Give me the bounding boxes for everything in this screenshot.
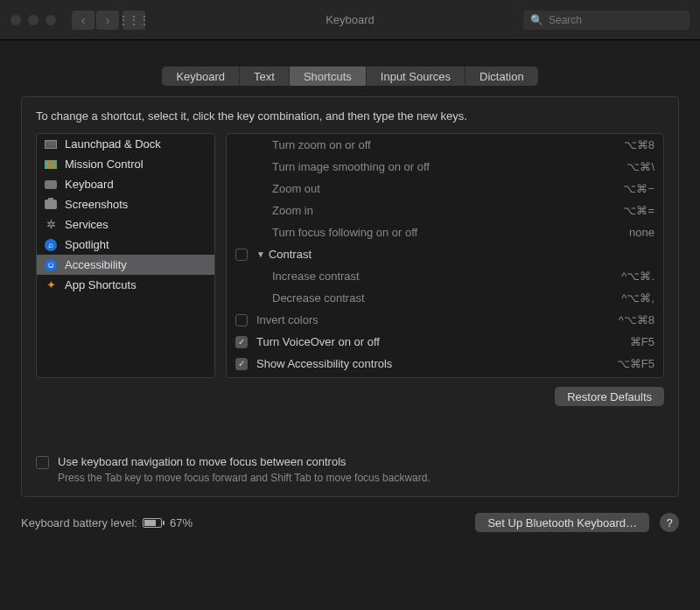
shortcut-keys: ^⌥⌘. [621,270,654,283]
shortcut-name: Turn focus following on or off [272,226,629,239]
search-input[interactable] [549,14,682,26]
tab-text[interactable]: Text [240,67,290,86]
minimize-window-button[interactable] [28,15,38,25]
keyboard-nav-label: Use keyboard navigation to move focus be… [58,455,430,468]
category-mission-control[interactable]: Mission Control [37,154,214,174]
tab-dictation[interactable]: Dictation [466,67,538,86]
back-button[interactable]: ‹ [72,11,94,30]
bluetooth-keyboard-button[interactable]: Set Up Bluetooth Keyboard… [475,513,649,532]
battery-label: Keyboard battery level: [21,516,137,529]
shortcut-keys: ⌥⌘\ [626,160,654,173]
shortcut-name: Zoom out [272,182,623,195]
shortcut-row[interactable]: Invert colors^⌥⌘8 [227,309,663,331]
tab-bar: KeyboardTextShortcutsInput SourcesDictat… [21,67,679,86]
shortcut-name: Contrast [269,248,654,261]
shortcut-row[interactable]: Zoom out⌥⌘− [227,178,663,200]
keyboard-nav-hint: Press the Tab key to move focus forward … [58,472,430,484]
battery-icon [143,518,164,528]
shortcut-name: Increase contrast [272,270,621,283]
keyboard-nav-option: Use keyboard navigation to move focus be… [22,406,678,484]
shortcut-row[interactable]: Turn image smoothing on or off⌥⌘\ [227,156,663,178]
tab-keyboard[interactable]: Keyboard [162,67,240,86]
category-accessibility[interactable]: ☺Accessibility [37,255,214,275]
category-label: Spotlight [65,238,109,251]
battery-percent: 67% [170,516,192,529]
shortcut-checkbox[interactable] [235,314,248,326]
shortcut-row[interactable]: ✓Show Accessibility controls⌥⌘F5 [227,353,663,375]
shortcut-checkbox[interactable]: ✓ [235,336,248,348]
shortcut-keys: ⌥⌘F5 [617,357,654,370]
shortcut-keys: ⌥⌘8 [624,138,654,151]
forward-button[interactable]: › [96,11,119,30]
show-all-button[interactable]: ⋮⋮⋮ [122,11,145,30]
shortcut-row[interactable]: Decrease contrast^⌥⌘, [227,287,663,309]
tab-input-sources[interactable]: Input Sources [367,67,466,86]
shortcut-keys: ⌥⌘= [623,204,654,217]
help-button[interactable]: ? [660,513,679,532]
shortcut-name: Turn VoiceOver on or off [256,335,630,348]
close-window-button[interactable] [10,15,21,25]
shortcut-name: Decrease contrast [272,291,621,305]
category-label: Keyboard [65,178,114,191]
window-title: Keyboard [326,13,374,26]
screenshot-icon [44,198,58,212]
shortcut-row[interactable]: ▼Contrast [227,243,663,265]
category-label: App Shortcuts [65,278,136,291]
shortcut-list[interactable]: Turn zoom on or off⌥⌘8Turn image smoothi… [226,133,664,378]
zoom-window-button[interactable] [46,15,56,25]
spotlight-icon: ⌕ [44,238,58,252]
shortcut-name: Invert colors [256,313,619,326]
category-keyboard[interactable]: Keyboard [37,174,214,194]
category-label: Services [65,218,108,231]
shortcut-row[interactable]: Zoom in⌥⌘= [227,200,663,221]
category-spotlight[interactable]: ⌕Spotlight [37,235,214,255]
category-screenshots[interactable]: Screenshots [37,194,214,214]
footer: Keyboard battery level: 67% Set Up Bluet… [0,497,700,548]
mission-icon [44,158,58,172]
window-controls [10,15,56,25]
search-icon: 🔍 [530,14,543,26]
shortcut-checkbox[interactable]: ✓ [235,358,248,370]
shortcut-name: Zoom in [272,204,623,217]
shortcut-keys: ^⌥⌘, [621,291,654,305]
shortcut-row[interactable]: Turn focus following on or offnone [227,221,663,243]
shortcuts-panel: To change a shortcut, select it, click t… [21,96,679,497]
nav-buttons: ‹ › [72,11,119,30]
accessibility-icon: ☺ [44,258,58,272]
shortcut-keys: ^⌥⌘8 [619,313,654,326]
shortcut-keys: ⌘F5 [630,335,654,348]
shortcut-name: Show Accessibility controls [256,357,617,370]
tab-shortcuts[interactable]: Shortcuts [290,67,367,86]
instruction-text: To change a shortcut, select it, click t… [22,109,678,133]
keyboard-nav-checkbox[interactable] [36,456,49,469]
services-icon: ✲ [44,218,58,232]
disclosure-triangle-icon[interactable]: ▼ [256,249,265,259]
restore-defaults-button[interactable]: Restore Defaults [555,387,664,406]
shortcut-keys: ⌥⌘− [623,182,654,195]
shortcut-keys: none [629,226,654,239]
category-app-shortcuts[interactable]: ✦App Shortcuts [37,275,214,295]
category-label: Accessibility [65,258,127,271]
shortcut-row[interactable]: Increase contrast^⌥⌘. [227,265,663,287]
category-label: Mission Control [65,158,144,171]
keyboard-icon [44,178,58,192]
shortcut-name: Turn zoom on or off [272,138,624,151]
titlebar: ‹ › ⋮⋮⋮ Keyboard 🔍 [0,0,700,40]
category-list[interactable]: Launchpad & DockMission ControlKeyboardS… [36,133,215,378]
shortcut-row[interactable]: Turn zoom on or off⌥⌘8 [227,134,663,156]
shortcut-name: Turn image smoothing on or off [272,160,626,173]
category-services[interactable]: ✲Services [37,214,214,235]
shortcut-checkbox[interactable] [235,249,248,261]
category-label: Launchpad & Dock [65,137,161,151]
category-launchpad-dock[interactable]: Launchpad & Dock [37,134,214,154]
apps-icon: ✦ [44,278,58,292]
search-field[interactable]: 🔍 [523,11,690,30]
category-label: Screenshots [65,198,128,211]
shortcut-row[interactable]: ✓Turn VoiceOver on or off⌘F5 [227,331,663,353]
launchpad-icon [44,137,58,151]
